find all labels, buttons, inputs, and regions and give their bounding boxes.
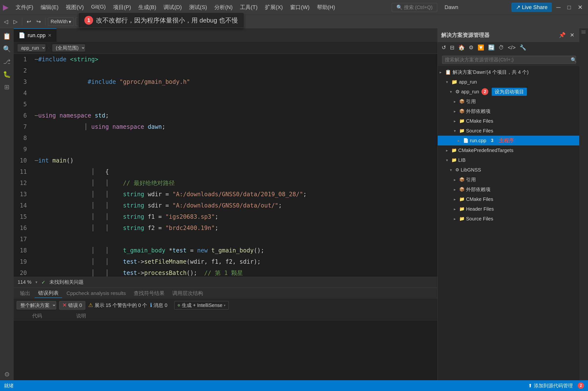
activity-extensions[interactable]: ⊞ [1, 81, 13, 93]
menu-view[interactable]: 视图(V) [62, 3, 87, 12]
minimize-button[interactable]: ─ [554, 3, 563, 12]
menu-debug[interactable]: 调试(D) [160, 3, 185, 12]
tree-cmake-files[interactable]: ▸ 📁 CMake Files [438, 116, 579, 126]
chevron-down-icon[interactable]: ▾ [35, 280, 37, 285]
tree-lib-ref[interactable]: ▸ 📦 引用 [438, 175, 579, 185]
menu-project[interactable]: 项目(P) [110, 3, 134, 12]
activity-search[interactable]: 🔍 [1, 43, 13, 55]
tree-cmake-predefined[interactable]: ▸ 📁 CMakePredefinedTargets [438, 145, 579, 155]
menu-analyze[interactable]: 分析(N) [211, 3, 236, 12]
right-panel-icon[interactable]: ||| [581, 30, 586, 34]
toolbar-redo-icon[interactable]: ↪ [34, 18, 43, 26]
live-share-button[interactable]: ↗ Live Share [511, 3, 552, 12]
menu-build[interactable]: 生成(B) [135, 3, 160, 12]
menu-test[interactable]: 测试(S) [186, 3, 210, 12]
expand-icon-9: ▸ [446, 148, 450, 153]
menu-tools[interactable]: 工具(T) [237, 3, 261, 12]
expand-icon-12: ▸ [454, 177, 458, 182]
se-sync-icon[interactable]: ↺ [440, 44, 447, 52]
tree-lib-cmake[interactable]: ▸ 📁 CMake Files [438, 194, 579, 204]
source-control-icon: ⬆ [528, 383, 532, 389]
tab-output[interactable]: 输出 [17, 289, 34, 298]
tree-lib-source[interactable]: ▸ 📁 Source Files [438, 214, 579, 224]
breadcrumb-project[interactable]: app_run [18, 44, 45, 52]
code-line-7: │ using namespace dawn; [35, 121, 434, 132]
tab-find-symbol[interactable]: 查找符号结果 [130, 289, 168, 298]
tree-libgnss[interactable]: ▾ ⚙ LibGNSS [438, 165, 579, 175]
status-error-badge[interactable]: 2 [578, 383, 584, 389]
window-controls: ↗ Live Share ─ □ ✕ [511, 3, 585, 12]
se-wrench-icon[interactable]: 🔧 [518, 44, 528, 52]
main-content: 📋 🔍 ⎇ 🐛 ⊞ ⚙ 📄 run.cpp ✕ app_run › [0, 28, 588, 380]
code-line-8 [35, 132, 434, 144]
se-refresh-icon[interactable]: 🔄 [487, 44, 496, 52]
line-num-6: 6 [16, 110, 27, 121]
se-filter-icon[interactable]: 🔽 [476, 44, 486, 52]
se-pin-icon[interactable]: 📌 [557, 31, 567, 39]
build-filter[interactable]: ⚙ 生成 + IntelliSense ▾ [174, 301, 229, 310]
activity-settings[interactable]: ⚙ [1, 369, 13, 380]
tree-lib-header[interactable]: ▸ 📁 Header Files [438, 204, 579, 214]
maximize-button[interactable]: □ [565, 3, 574, 12]
tree-ref[interactable]: ▸ 📦 引用 [438, 97, 579, 106]
right-sidebar: ||| [579, 28, 588, 380]
se-properties-icon[interactable]: ⚙ [467, 44, 475, 52]
activity-explorer[interactable]: 📋 [1, 30, 13, 42]
activity-debug[interactable]: 🐛 [1, 68, 13, 80]
menu-extensions[interactable]: 扩展(X) [262, 3, 286, 12]
source-icon: 📁 [459, 128, 465, 133]
error-count: 错误 0 [68, 302, 82, 309]
line-num-14: 14 [16, 200, 27, 211]
zoom-level[interactable]: 114 % [18, 279, 31, 285]
code-content[interactable]: ─#include <string> #include "gproc/gmain… [31, 54, 437, 277]
error-count-icon: 2 [578, 383, 584, 389]
se-search-input[interactable] [442, 56, 576, 64]
scope-selector[interactable]: 整个解决方案 [17, 301, 56, 309]
expand-icon-8: ▸ [458, 138, 462, 143]
code-line-15: │ │ string f1 = "igs20683.sp3"; [35, 211, 434, 222]
set-startup-button[interactable]: 设为启动项目 [492, 88, 527, 96]
status-source-control[interactable]: ⬆ 添加到源代码管理 [528, 383, 573, 389]
tree-app-run-proj[interactable]: ▾ ⚙ app_run 2 设为启动项目 [438, 87, 579, 97]
activity-git[interactable]: ⎇ [1, 56, 13, 67]
branch-dropdown[interactable]: RelWith ▾ [48, 18, 74, 26]
tab-close-button[interactable]: ✕ [48, 33, 52, 38]
tree-lib-folder[interactable]: ▾ 📁 LIB [438, 155, 579, 165]
menu-file[interactable]: 文件(F) [12, 3, 37, 12]
close-button[interactable]: ✕ [575, 3, 585, 12]
tab-error-list[interactable]: 错误列表 [35, 289, 62, 298]
tree-source-files[interactable]: ▾ 📁 Source Files [438, 126, 579, 136]
tree-lib-ext[interactable]: ▸ 📦 外部依赖项 [438, 185, 579, 194]
toolbar-forward-icon[interactable]: ▷ [11, 18, 19, 26]
se-close-icon[interactable]: ✕ [569, 31, 576, 39]
line-num-10: 10 [16, 155, 27, 166]
vs-logo: ▶ [3, 3, 8, 11]
se-header: 解决方案资源管理器 📌 ✕ [438, 28, 579, 42]
run-cpp-label: run.cpp [470, 138, 486, 143]
tab-call-hierarchy[interactable]: 调用层次结构 [169, 289, 206, 298]
tab-cppcheck[interactable]: Cppcheck analysis results [63, 289, 129, 297]
menu-window[interactable]: 窗口(W) [287, 3, 313, 12]
se-history-icon[interactable]: ⏱ [497, 44, 505, 52]
toolbar-undo-icon[interactable]: ↩ [25, 18, 33, 26]
search-box[interactable]: 🔍 搜索 (Ctrl+Q) [392, 3, 437, 12]
toolbar-back-icon[interactable]: ◁ [2, 18, 10, 26]
tree-solution-root[interactable]: ▸ 📋 解决方案'Dawn'(4 个项目，共 4 个) [438, 67, 579, 77]
se-home-icon[interactable]: 🏠 [457, 44, 466, 52]
breadcrumb-scope[interactable]: (全局范围) [52, 44, 85, 52]
tree-run-cpp[interactable]: ▸ 📄 run.cpp 3 主程序 [438, 136, 579, 145]
error-badge[interactable]: ✕ 错误 0 [59, 301, 85, 310]
se-search-icon[interactable]: 🔍 [571, 57, 577, 63]
code-line-13: │ │ string wdir = "A:/downloads/GNSS0/da… [35, 189, 434, 200]
tree-ext-deps[interactable]: ▸ 📦 外部依赖项 [438, 106, 579, 116]
menu-help[interactable]: 帮助(H) [313, 3, 339, 12]
tab-run-cpp[interactable]: 📄 run.cpp ✕ [14, 28, 57, 42]
expand-icon-10: ▾ [446, 158, 450, 163]
se-code-icon[interactable]: </> [506, 44, 517, 52]
se-collapse-icon[interactable]: ⊟ [448, 44, 456, 52]
title-bar: ▶ 文件(F) 编辑(E) 视图(V) Git(G) 项目(P) 生成(B) 调… [0, 0, 588, 15]
menu-edit[interactable]: 编辑(E) [37, 3, 62, 12]
menu-git[interactable]: Git(G) [88, 3, 109, 12]
error-toolbar: 整个解决方案 ✕ 错误 0 ⚠ 展示 15 个警告中的 0 个 ℹ 消息 0 ⚙… [14, 299, 437, 312]
tree-app-run-folder[interactable]: ▾ 📁 app_run [438, 77, 579, 87]
